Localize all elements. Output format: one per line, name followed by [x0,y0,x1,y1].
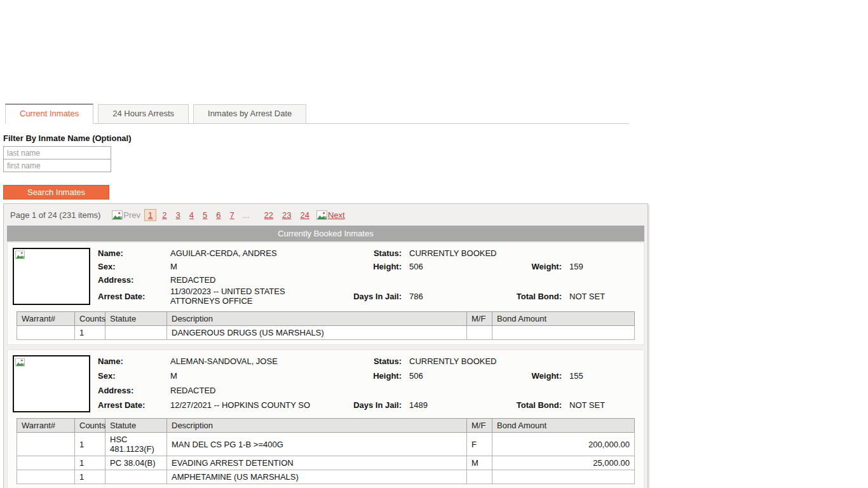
page-link-23[interactable]: 23 [279,210,294,220]
total-bond-label: Total Bond: [506,400,569,410]
filter-heading: Filter By Inmate Name (Optional) [3,133,868,143]
address-label: Address: [98,386,170,395]
inmate-record: Name: ALEMAN-SANDOVAL, JOSE Status: CURR… [7,349,644,488]
inmate-days-in-jail: 786 [409,292,506,301]
inmate-weight: 159 [569,262,637,271]
results-panel: Page 1 of 24 (231 items) Prev 1 2 3 4 5 … [3,203,648,488]
bond-col-header: Bond Amount [492,419,635,433]
warrant-row: 1 HSC 481.1123(F) MAN DEL CS PG 1-B >=40… [17,433,635,456]
mf-cell: F [467,433,492,456]
page-link-2[interactable]: 2 [159,210,170,220]
weight-label: Weight: [506,262,569,271]
statute-col-header: Statute [105,419,167,433]
statute-col-header: Statute [105,312,167,326]
inmate-name: ALEMAN-SANDOVAL, JOSE [170,356,323,366]
statute-cell: PC 38.04(B) [105,456,167,470]
name-label: Name: [98,356,170,366]
bond-col-header: Bond Amount [492,312,635,326]
pagination-bar: Page 1 of 24 (231 items) Prev 1 2 3 4 5 … [4,204,648,226]
inmate-record: Name: AGUILAR-CERDA, ANDRES Status: CURR… [7,242,644,345]
inmate-name: AGUILAR-CERDA, ANDRES [170,248,323,258]
statute-cell [105,470,167,484]
inmate-status: CURRENTLY BOOKED [409,356,637,366]
broken-image-icon [112,210,123,220]
inmate-total-bond: NOT SET [569,400,637,410]
warrant-cell [17,470,75,484]
tab-current-inmates[interactable]: Current Inmates [5,104,93,124]
warrant-cell [17,433,75,456]
statute-cell: HSC 481.1123(F) [105,433,167,456]
inmate-photo [13,355,90,412]
inmate-arrest-date: 12/27/2021 -- HOPKINS COUNTY SO [170,400,323,410]
warrant-row: 1 PC 38.04(B) EVADING ARREST DETENTION M… [17,456,635,470]
status-label: Status: [323,248,409,258]
description-cell: MAN DEL CS PG 1-B >=400G [167,433,467,456]
list-header: Currently Booked Inmates [7,226,644,241]
last-name-input[interactable] [3,146,111,159]
page-link-24[interactable]: 24 [297,210,313,220]
address-label: Address: [98,275,170,285]
status-label: Status: [323,356,409,366]
height-label: Height: [323,262,409,271]
next-label: Next [328,210,345,220]
page-link-7[interactable]: 7 [227,210,238,220]
inmate-height: 506 [409,262,506,271]
page-link-3[interactable]: 3 [173,210,184,220]
counts-cell: 1 [75,433,105,456]
tab-inmates-by-arrest-date[interactable]: Inmates by Arrest Date [193,104,306,123]
search-inmates-button[interactable]: Search Inmates [3,185,109,200]
counts-col-header: Counts [75,419,105,433]
warrant-cell [17,326,75,340]
counts-cell: 1 [75,470,105,484]
inmate-sex: M [170,262,323,271]
warrant-row: 1 DANGEROUS DRUGS (US MARSHALS) [17,326,635,340]
inmate-days-in-jail: 1489 [409,400,506,410]
inmate-address: REDACTED [170,386,637,395]
bond-cell [492,326,635,340]
warrant-table: Warrant# Counts Statute Description M/F … [17,418,635,484]
broken-image-icon [316,210,327,220]
inmate-height: 506 [409,371,506,381]
description-cell: DANGEROUS DRUGS (US MARSHALS) [167,326,467,340]
first-name-input[interactable] [3,159,111,172]
height-label: Height: [323,371,409,381]
inmate-sex: M [170,371,323,381]
warrant-row: 1 AMPHETAMINE (US MARSHALS) [17,470,635,484]
weight-label: Weight: [506,371,569,381]
page-link-1[interactable]: 1 [144,209,156,221]
days-in-jail-label: Days In Jail: [323,292,409,301]
inmate-weight: 155 [569,371,637,381]
sex-label: Sex: [98,371,170,381]
bond-cell: 25,000.00 [492,456,635,470]
warrant-cell [17,456,75,470]
arrest-date-label: Arrest Date: [98,292,170,301]
mf-col-header: M/F [467,419,492,433]
warrant-table: Warrant# Counts Statute Description M/F … [17,311,635,340]
prev-page-button[interactable]: Prev [112,210,140,220]
days-in-jail-label: Days In Jail: [323,400,409,410]
counts-col-header: Counts [75,312,105,326]
inmate-arrest-date: 11/30/2023 -- UNITED STATES ATTORNEYS OF… [170,287,323,306]
broken-image-icon [15,358,25,367]
next-page-button[interactable]: Next [316,210,345,220]
tab-strip: Current Inmates 24 Hours Arrests Inmates… [5,104,629,124]
inmate-status: CURRENTLY BOOKED [409,248,637,258]
tab-24-hours-arrests[interactable]: 24 Hours Arrests [98,104,189,123]
arrest-date-label: Arrest Date: [98,400,170,410]
page-link-6[interactable]: 6 [213,210,224,220]
mf-col-header: M/F [467,312,492,326]
page-link-22[interactable]: 22 [261,210,276,220]
inmate-photo [13,248,90,305]
page-summary: Page 1 of 24 (231 items) [10,210,100,220]
sex-label: Sex: [98,262,170,271]
page-link-5[interactable]: 5 [200,210,210,220]
total-bond-label: Total Bond: [506,292,569,301]
bond-cell [492,470,635,484]
page-link-4[interactable]: 4 [186,210,197,220]
name-label: Name: [98,248,170,258]
mf-cell [467,326,492,340]
statute-cell [105,326,167,340]
broken-image-icon [15,250,25,259]
description-col-header: Description [167,312,467,326]
mf-cell [467,470,492,484]
